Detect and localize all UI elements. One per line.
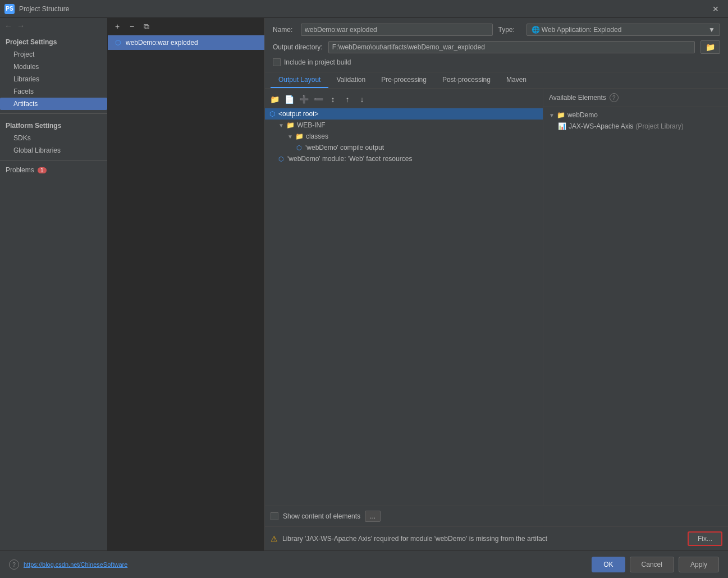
- tree-item-facet-resources[interactable]: ⬡ 'webDemo' module: 'Web' facet resource…: [265, 153, 543, 164]
- output-dir-button[interactable]: 📁: [700, 40, 720, 54]
- output-dir-label: Output directory:: [273, 43, 323, 51]
- tree-item-compile-output[interactable]: ⬡ 'webDemo' compile output: [265, 142, 543, 153]
- tree-toolbar-down-btn[interactable]: ↓: [356, 93, 368, 105]
- artifact-type-icon: ⬡: [113, 38, 122, 47]
- show-content-button[interactable]: ...: [365, 511, 381, 522]
- available-help-button[interactable]: ?: [610, 93, 619, 102]
- sidebar-item-libraries[interactable]: Libraries: [0, 73, 107, 85]
- name-label: Name:: [273, 26, 295, 34]
- tab-pre-processing[interactable]: Pre-processing: [373, 72, 434, 88]
- tree-item-classes-label: classes: [306, 132, 328, 140]
- app-icon: PS: [4, 4, 15, 14]
- sidebar-item-global-libraries[interactable]: Global Libraries: [0, 144, 107, 157]
- tree-toolbar-add-btn[interactable]: ➕: [297, 93, 310, 105]
- tree-toolbar: 📁 📄 ➕ ➖ ↕ ↑ ↓: [265, 91, 543, 108]
- tree-item-web-inf-label: WEB-INF: [297, 121, 326, 129]
- sidebar-item-artifacts[interactable]: Artifacts: [0, 98, 107, 110]
- title-bar: PS Project Structure ✕: [0, 0, 728, 18]
- dialog-footer: ? https://blog.csdn.net/ChineseSoftware …: [0, 551, 728, 578]
- available-elements-label: Available Elements: [549, 94, 606, 102]
- tree-toolbar-up-btn[interactable]: ↑: [341, 93, 354, 105]
- show-content-checkbox[interactable]: [271, 512, 278, 520]
- available-header: Available Elements ?: [543, 89, 728, 107]
- warning-bar: ⚠ Library 'JAX-WS-Apache Axis' required …: [265, 527, 728, 551]
- tabs-bar: Output Layout Validation Pre-processing …: [265, 72, 728, 89]
- tree-item-output-root[interactable]: ⬡ <output root>: [265, 108, 543, 120]
- av-item-jax-ws-label: JAX-WS-Apache Axis: [569, 122, 633, 130]
- forward-arrow[interactable]: →: [17, 21, 25, 30]
- dialog-title: Project Structure: [19, 5, 708, 13]
- split-pane: + − ⧉ ⬡ webDemo:war exploded Name: Type:: [108, 18, 728, 551]
- tree-toolbar-remove-btn[interactable]: ➖: [312, 93, 324, 105]
- tree-item-compile-output-label: 'webDemo' compile output: [305, 144, 384, 152]
- type-label: Type:: [498, 26, 521, 34]
- av-item-webdemo-label: webDemo: [567, 111, 598, 119]
- project-settings-label: Project Settings: [0, 34, 107, 48]
- fix-button[interactable]: Fix...: [688, 531, 722, 546]
- add-artifact-button[interactable]: +: [111, 20, 123, 33]
- name-input[interactable]: [301, 24, 493, 36]
- copy-artifact-button[interactable]: ⧉: [140, 20, 153, 33]
- include-label: Include in project build: [284, 58, 351, 66]
- tree-toolbar-file-btn[interactable]: 📄: [283, 93, 295, 105]
- ok-button[interactable]: OK: [592, 557, 625, 572]
- sidebar-item-facets[interactable]: Facets: [0, 85, 107, 98]
- remove-artifact-button[interactable]: −: [126, 20, 138, 33]
- sidebar-divider-2: [0, 160, 107, 160]
- output-dir-path: F:\webDemo\out\artifacts\webDemo_war_exp…: [328, 41, 695, 53]
- tab-output-layout[interactable]: Output Layout: [271, 72, 328, 88]
- output-row: Output directory: F:\webDemo\out\artifac…: [273, 40, 720, 54]
- detail-header: Name: Type: 🌐 Web Application: Exploded …: [265, 18, 728, 72]
- tab-maven[interactable]: Maven: [498, 72, 534, 88]
- detail-panel: Name: Type: 🌐 Web Application: Exploded …: [265, 18, 728, 551]
- type-value: 🌐 Web Application: Exploded: [532, 26, 622, 34]
- sidebar-item-modules[interactable]: Modules: [0, 61, 107, 73]
- show-content-label: Show content of elements: [283, 512, 360, 520]
- sidebar-item-project[interactable]: Project: [0, 48, 107, 61]
- output-layout-content: 📁 📄 ➕ ➖ ↕ ↑ ↓ ⬡ <output root>: [265, 89, 728, 506]
- warning-icon: ⚠: [271, 534, 278, 543]
- sidebar-divider: [0, 113, 107, 114]
- warning-text: Library 'JAX-WS-Apache Axis' required fo…: [282, 535, 683, 543]
- tree-item-facet-resources-label: 'webDemo' module: 'Web' facet resources: [287, 155, 412, 163]
- bottom-area: Show content of elements ... ⚠ Library '…: [265, 506, 728, 551]
- sidebar-nav: ← →: [0, 18, 107, 34]
- footer-link[interactable]: https://blog.csdn.net/ChineseSoftware: [24, 561, 127, 568]
- available-panel: Available Elements ? ▼ 📁 webDemo: [543, 89, 728, 506]
- artifact-panel: + − ⧉ ⬡ webDemo:war exploded: [108, 18, 265, 551]
- av-item-jax-ws-sub: (Project Library): [635, 122, 683, 130]
- problems-label: Problems: [6, 166, 34, 174]
- problems-row[interactable]: Problems 1: [0, 164, 107, 176]
- help-button[interactable]: ?: [9, 559, 19, 570]
- av-item-jax-ws[interactable]: 📊 JAX-WS-Apache Axis (Project Library): [543, 121, 728, 132]
- tree-item-output-root-label: <output root>: [278, 110, 318, 118]
- artifact-entry[interactable]: ⬡ webDemo:war exploded: [108, 35, 264, 50]
- include-checkbox-row: Include in project build: [273, 58, 720, 66]
- main-content: ← → Project Settings Project Modules Lib…: [0, 18, 728, 551]
- available-tree: ▼ 📁 webDemo 📊 JAX-WS-Apache Axis (Projec…: [543, 107, 728, 506]
- artifact-toolbar: + − ⧉: [108, 18, 264, 35]
- back-arrow[interactable]: ←: [4, 21, 12, 30]
- tab-post-processing[interactable]: Post-processing: [434, 72, 498, 88]
- sidebar-item-sdks[interactable]: SDKs: [0, 132, 107, 144]
- problems-badge: 1: [38, 167, 47, 173]
- av-item-webdemo[interactable]: ▼ 📁 webDemo: [543, 109, 728, 121]
- tab-validation[interactable]: Validation: [328, 72, 373, 88]
- right-panel: + − ⧉ ⬡ webDemo:war exploded Name: Type:: [108, 18, 728, 551]
- close-button[interactable]: ✕: [708, 3, 724, 15]
- apply-button[interactable]: Apply: [679, 557, 719, 572]
- platform-settings-label: Platform Settings: [0, 117, 107, 132]
- tree-toolbar-sort-btn[interactable]: ↕: [327, 93, 339, 105]
- tree-item-web-inf[interactable]: ▼ 📁 WEB-INF: [265, 120, 543, 131]
- sidebar: ← → Project Settings Project Modules Lib…: [0, 18, 108, 551]
- tree-toolbar-folder-btn[interactable]: 📁: [268, 93, 281, 105]
- cancel-button[interactable]: Cancel: [630, 557, 674, 572]
- type-dropdown-arrow: ▼: [708, 26, 715, 34]
- include-checkbox[interactable]: [273, 58, 281, 66]
- tree-panel: 📁 📄 ➕ ➖ ↕ ↑ ↓ ⬡ <output root>: [265, 89, 543, 506]
- show-content-row: Show content of elements ...: [265, 506, 728, 527]
- tree-item-classes[interactable]: ▼ 📁 classes: [265, 131, 543, 142]
- artifact-name: webDemo:war exploded: [126, 39, 198, 47]
- name-row: Name: Type: 🌐 Web Application: Exploded …: [273, 24, 720, 36]
- type-select[interactable]: 🌐 Web Application: Exploded ▼: [526, 24, 721, 36]
